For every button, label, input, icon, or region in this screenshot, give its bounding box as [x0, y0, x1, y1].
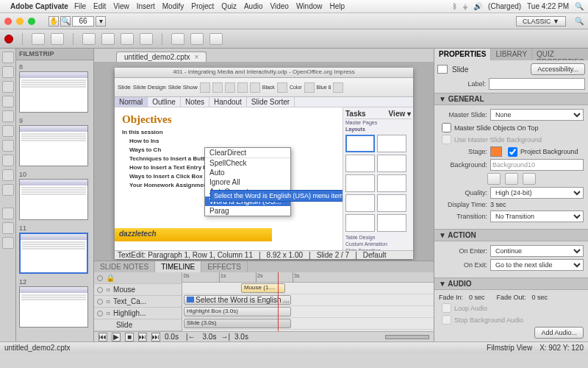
close-tab-icon[interactable]: ×: [195, 53, 199, 61]
minimize-window[interactable]: [16, 18, 24, 25]
workspace-switcher[interactable]: CLASSIC ▼: [516, 16, 566, 26]
layout-option[interactable]: [345, 194, 375, 212]
spotlight-icon[interactable]: 🔍: [575, 2, 584, 10]
tool[interactable]: [2, 222, 14, 234]
zoom-level[interactable]: 66: [72, 16, 94, 26]
play-button[interactable]: ▶: [112, 333, 121, 342]
volume-icon[interactable]: 🔊: [473, 2, 482, 10]
zoom-window[interactable]: [28, 18, 35, 25]
on-enter-select[interactable]: Continue: [490, 245, 584, 257]
tab-slide-notes[interactable]: SLIDE NOTES: [94, 261, 155, 272]
toolbar-item[interactable]: [121, 33, 134, 45]
tool[interactable]: [2, 169, 14, 181]
layout-option[interactable]: [377, 174, 406, 192]
tool[interactable]: [2, 66, 14, 78]
close-window[interactable]: [4, 18, 12, 25]
menu-project[interactable]: Project: [191, 2, 214, 10]
selection-tool[interactable]: [2, 52, 14, 63]
track-name[interactable]: ○Mouse: [94, 284, 182, 296]
menu-file[interactable]: File: [74, 2, 86, 10]
tab-properties[interactable]: PROPERTIES: [434, 49, 491, 60]
rewind-button[interactable]: ⏮: [98, 333, 107, 342]
toolbar-item[interactable]: [82, 33, 96, 45]
filmstrip-slide[interactable]: 9: [19, 117, 90, 166]
menu-edit[interactable]: Edit: [93, 2, 106, 10]
tool[interactable]: [2, 81, 14, 93]
layout-option[interactable]: [345, 174, 375, 192]
menu-window[interactable]: Window: [296, 2, 323, 10]
document-tab[interactable]: untitled_demo2.cptx×: [116, 52, 207, 62]
ooo-tab-notes[interactable]: Notes: [181, 97, 209, 107]
bg-action[interactable]: [487, 173, 501, 185]
search-icon[interactable]: 🔍: [575, 17, 584, 25]
tool[interactable]: [2, 125, 14, 137]
timeline-clip-mouse[interactable]: Mouse (1....: [241, 283, 285, 293]
ctx-item[interactable]: SpellCheck: [205, 158, 290, 168]
timeline-clip-highlight[interactable]: Highlight Box (3.0s): [184, 307, 291, 316]
toolbar-item[interactable]: [51, 33, 64, 45]
tasks-view-menu[interactable]: View ▾: [389, 110, 411, 118]
timeline-clip-text[interactable]: Select the Word is English ...: [184, 295, 291, 305]
layout-option[interactable]: [345, 214, 375, 232]
line-tool[interactable]: [2, 208, 14, 219]
ctx-item[interactable]: ClearDirect: [205, 148, 290, 158]
layout-option[interactable]: [377, 155, 406, 172]
hand-tool[interactable]: ✋: [49, 16, 59, 26]
layout-option[interactable]: [377, 214, 406, 232]
layout-option[interactable]: [377, 194, 406, 212]
transition-select[interactable]: No Transition: [490, 210, 584, 222]
tab-library[interactable]: LIBRARY: [491, 49, 532, 60]
project-bg-checkbox[interactable]: [508, 147, 517, 157]
airport-icon[interactable]: ⏚: [463, 2, 467, 10]
stop-button[interactable]: ■: [125, 333, 134, 342]
master-slide-select[interactable]: None: [490, 109, 584, 121]
filmstrip-slide[interactable]: 10: [19, 171, 90, 220]
tab-effects[interactable]: EFFECTS: [201, 261, 248, 272]
tab-quiz-properties[interactable]: QUIZ PROPERTIES: [532, 49, 588, 60]
stage-color-swatch[interactable]: [490, 146, 502, 157]
accessibility-button[interactable]: Accessibility...: [531, 63, 585, 75]
toolbar-item[interactable]: [171, 33, 184, 45]
ctx-item[interactable]: Ignore All: [205, 177, 290, 187]
timeline-ruler[interactable]: 0s 1s 2s 3s: [182, 272, 434, 283]
filmstrip-slide-selected[interactable]: 11: [19, 224, 90, 274]
ooo-tab-normal[interactable]: Normal: [115, 97, 148, 107]
tool[interactable]: [2, 155, 14, 166]
battery-status[interactable]: (Charged): [488, 2, 521, 10]
filmstrip-slide[interactable]: 12: [19, 278, 90, 328]
tool[interactable]: [2, 110, 14, 122]
menu-quiz[interactable]: Quiz: [221, 2, 237, 10]
menu-view[interactable]: View: [113, 2, 129, 10]
canvas[interactable]: 401 - Integrating Media and Interactivit…: [94, 62, 434, 261]
clock[interactable]: Tue 4:22 PM: [527, 2, 569, 10]
toolbar-item[interactable]: [101, 33, 115, 45]
track-name[interactable]: ○Text_Ca...: [94, 296, 182, 308]
zoom-dropdown[interactable]: ▾: [96, 16, 106, 26]
app-name[interactable]: Adobe Captivate: [10, 2, 68, 10]
add-audio-button[interactable]: Add Audio...: [534, 327, 584, 339]
forward-button[interactable]: ⏭: [138, 333, 147, 342]
menu-video[interactable]: Video: [270, 2, 289, 10]
playhead[interactable]: [278, 272, 279, 331]
tool[interactable]: [2, 140, 14, 152]
tool[interactable]: [2, 237, 14, 249]
ooo-tab-sorter[interactable]: Slide Sorter: [247, 97, 295, 107]
toolbar-item[interactable]: [32, 33, 45, 45]
label-input[interactable]: [489, 78, 585, 90]
menu-audio[interactable]: Audio: [244, 2, 263, 10]
bluetooth-icon[interactable]: ᛒ: [453, 2, 457, 10]
record-button[interactable]: [4, 35, 13, 43]
track-name[interactable]: ○Highligh...: [94, 308, 182, 319]
layout-option[interactable]: [377, 135, 406, 152]
tool[interactable]: [2, 184, 14, 196]
visibility-icon[interactable]: [97, 275, 103, 281]
zoom-tool[interactable]: 🔍: [60, 16, 71, 26]
timeline-clip-slide[interactable]: Slide (3.0s): [184, 319, 291, 328]
tab-timeline[interactable]: TIMELINE: [155, 261, 201, 272]
quality-select[interactable]: High (24-bit): [490, 187, 584, 199]
layout-option[interactable]: [345, 135, 375, 152]
end-button[interactable]: ⏭: [151, 333, 160, 342]
ctx-item[interactable]: Auto: [205, 168, 290, 177]
ooo-tab-handout[interactable]: Handout: [209, 97, 247, 107]
menu-insert[interactable]: Insert: [137, 2, 155, 10]
